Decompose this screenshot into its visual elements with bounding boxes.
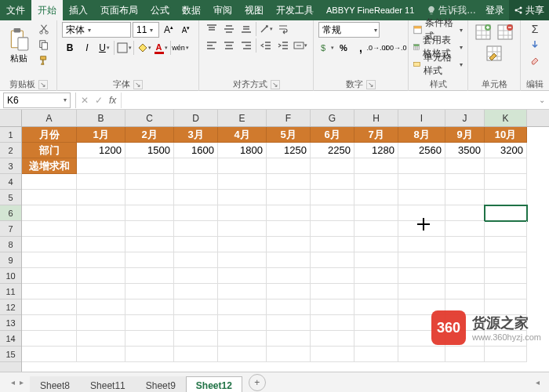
cell-K2[interactable]: 3200: [485, 143, 527, 158]
cell-C2[interactable]: 1500: [125, 143, 174, 158]
col-header-C[interactable]: C: [125, 110, 174, 126]
col-header-G[interactable]: G: [311, 110, 354, 126]
cell-I11[interactable]: [398, 284, 445, 299]
cancel-formula-button[interactable]: ✕: [78, 93, 92, 107]
cell-A3[interactable]: 递增求和: [22, 158, 77, 174]
cell-H10[interactable]: [354, 268, 398, 284]
cell-G7[interactable]: [311, 221, 354, 237]
tab-view[interactable]: 视图: [238, 0, 270, 20]
cell-F15[interactable]: [267, 347, 311, 362]
tab-home[interactable]: 开始: [31, 0, 63, 20]
cell-F14[interactable]: [267, 331, 311, 347]
align-bottom-button[interactable]: [238, 22, 254, 36]
col-header-K[interactable]: K: [485, 110, 527, 126]
cell-E10[interactable]: [218, 268, 267, 284]
cell-G5[interactable]: [311, 190, 354, 205]
cell-J5[interactable]: [445, 190, 485, 205]
cell-F6[interactable]: [267, 205, 311, 221]
cell-B7[interactable]: [77, 221, 125, 237]
align-launcher[interactable]: ↘: [271, 80, 280, 89]
cell-K11[interactable]: [485, 284, 527, 299]
cell-E6[interactable]: [218, 205, 267, 221]
cell-H13[interactable]: [354, 315, 398, 331]
cell-D13[interactable]: [174, 315, 218, 331]
cell-B11[interactable]: [77, 284, 125, 299]
tab-layout[interactable]: 页面布局: [94, 0, 144, 20]
align-left-button[interactable]: [204, 38, 220, 53]
fx-icon[interactable]: fx: [106, 95, 121, 106]
cell-D15[interactable]: [174, 347, 218, 362]
fill-button[interactable]: [525, 38, 544, 52]
cell-E9[interactable]: [218, 252, 267, 268]
delete-button[interactable]: [495, 22, 515, 42]
cell-K3[interactable]: [485, 158, 527, 174]
cell-H12[interactable]: [354, 299, 398, 315]
cell-I2[interactable]: 2560: [398, 143, 445, 158]
cell-A12[interactable]: [22, 299, 77, 315]
cell-C11[interactable]: [125, 284, 174, 299]
cell-C9[interactable]: [125, 252, 174, 268]
tab-abbyy[interactable]: ABBYY FineReader 11: [320, 0, 420, 20]
cell-D6[interactable]: [174, 205, 218, 221]
cell-D12[interactable]: [174, 299, 218, 315]
cell-D4[interactable]: [174, 174, 218, 190]
cell-H4[interactable]: [354, 174, 398, 190]
cell-F2[interactable]: 1250: [267, 143, 311, 158]
cell-A8[interactable]: [22, 237, 77, 252]
cell-G1[interactable]: 6月: [311, 127, 354, 143]
cell-K9[interactable]: [485, 252, 527, 268]
cell-B13[interactable]: [77, 315, 125, 331]
font-name-combo[interactable]: 宋体▾: [62, 22, 131, 38]
col-header-B[interactable]: B: [77, 110, 125, 126]
cell-D9[interactable]: [174, 252, 218, 268]
format-painter-button[interactable]: [36, 53, 52, 67]
row-header-10[interactable]: 10: [0, 268, 21, 284]
col-header-A[interactable]: A: [22, 110, 77, 126]
cell-E1[interactable]: 4月: [218, 127, 267, 143]
row-header-6[interactable]: 6: [0, 205, 21, 221]
tab-file[interactable]: 文件: [0, 0, 31, 20]
cell-H7[interactable]: [354, 221, 398, 237]
cell-C6[interactable]: [125, 205, 174, 221]
cell-I3[interactable]: [398, 158, 445, 174]
expand-formula-bar[interactable]: ⌄: [535, 96, 549, 104]
select-all-corner[interactable]: [0, 110, 22, 127]
cell-F9[interactable]: [267, 252, 311, 268]
number-format-combo[interactable]: 常规▾: [318, 22, 380, 38]
add-sheet-button[interactable]: +: [249, 374, 266, 391]
autosum-button[interactable]: Σ: [525, 22, 544, 36]
cell-E13[interactable]: [218, 315, 267, 331]
cell-H9[interactable]: [354, 252, 398, 268]
italic-button[interactable]: I: [79, 40, 95, 56]
cell-E5[interactable]: [218, 190, 267, 205]
sheet-nav[interactable]: ◂▸: [5, 378, 30, 387]
cell-E14[interactable]: [218, 331, 267, 347]
row-header-14[interactable]: 14: [0, 331, 21, 347]
cell-A11[interactable]: [22, 284, 77, 299]
font-launcher[interactable]: ↘: [133, 80, 143, 89]
decrease-indent-button[interactable]: [258, 38, 274, 53]
font-color-button[interactable]: A▾: [153, 40, 169, 56]
cell-B10[interactable]: [77, 268, 125, 284]
tell-me[interactable]: 告诉我…: [422, 4, 481, 17]
cell-K15[interactable]: [485, 347, 527, 362]
border-button[interactable]: ▾: [116, 40, 132, 56]
cell-F10[interactable]: [267, 268, 311, 284]
cell-J9[interactable]: [445, 252, 485, 268]
cell-A15[interactable]: [22, 347, 77, 362]
cell-G13[interactable]: [311, 315, 354, 331]
fill-color-button[interactable]: ▾: [136, 40, 151, 56]
cell-I7[interactable]: [398, 221, 445, 237]
cell-B6[interactable]: [77, 205, 125, 221]
row-header-11[interactable]: 11: [0, 284, 21, 299]
share-button[interactable]: 共享: [509, 0, 549, 20]
cell-I1[interactable]: 8月: [398, 127, 445, 143]
cell-J7[interactable]: [445, 221, 485, 237]
row-headers[interactable]: 123456789101112131415: [0, 127, 22, 372]
row-header-12[interactable]: 12: [0, 299, 21, 315]
cell-D7[interactable]: [174, 221, 218, 237]
cell-A13[interactable]: [22, 315, 77, 331]
increase-indent-button[interactable]: [275, 38, 291, 53]
cell-G4[interactable]: [311, 174, 354, 190]
cell-J8[interactable]: [445, 237, 485, 252]
